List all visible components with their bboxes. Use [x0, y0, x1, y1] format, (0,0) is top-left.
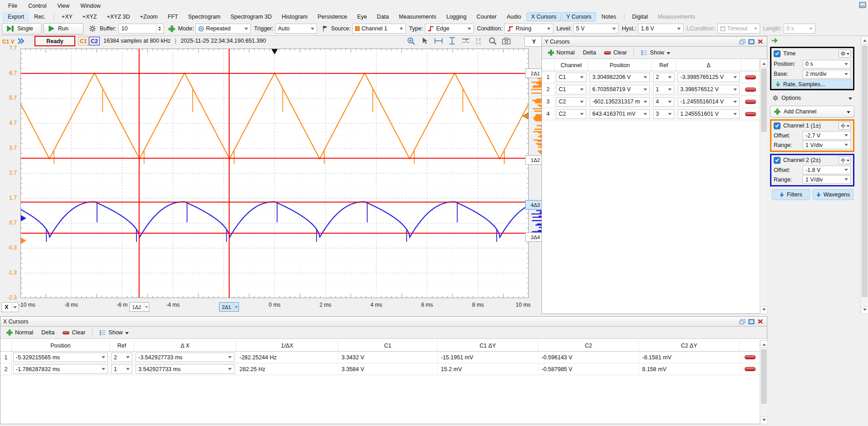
scope-plot[interactable]: [20, 49, 529, 298]
options-header[interactable]: Options: [770, 93, 854, 103]
menu-view[interactable]: View: [52, 1, 75, 11]
buffer-gear-icon[interactable]: [89, 25, 97, 32]
buffer-spinner[interactable]: 10: [118, 24, 164, 34]
tab-fft[interactable]: FFT: [163, 12, 183, 21]
tab--zoom[interactable]: +Zoom: [136, 12, 162, 21]
trigger-level-select[interactable]: 5 V: [573, 24, 619, 34]
tab-counter[interactable]: Counter: [472, 12, 501, 21]
time-position-select[interactable]: 0 s: [803, 60, 851, 69]
single-button[interactable]: Single: [2, 23, 42, 34]
app-window-icon[interactable]: [859, 2, 866, 8]
scrollbar-thumb[interactable]: [862, 45, 868, 297]
tab-data[interactable]: Data: [372, 12, 393, 21]
tab--xyz-3d[interactable]: +XYZ 3D: [102, 12, 134, 21]
tab-y-cursors[interactable]: Y Cursors: [562, 12, 596, 21]
x-cursors-title-bar[interactable]: X Cursors: [0, 317, 767, 327]
filters-button[interactable]: Filters: [772, 189, 810, 200]
channel1-gear-button[interactable]: [839, 122, 851, 130]
scroll-down-button[interactable]: [760, 416, 768, 424]
tab-logging[interactable]: Logging: [442, 12, 471, 21]
tab--xyz[interactable]: +XYZ: [78, 12, 102, 21]
ref-select[interactable]: 1: [653, 85, 674, 94]
channel-select[interactable]: C2: [556, 97, 586, 107]
time-checkbox[interactable]: [774, 50, 780, 57]
tab-export[interactable]: Export: [3, 12, 29, 21]
channel1-offset-select[interactable]: -2.7 V: [803, 131, 851, 140]
close-icon[interactable]: [756, 38, 764, 45]
time-gear-button[interactable]: [839, 49, 851, 58]
channel-select[interactable]: C2: [556, 109, 586, 119]
close-icon[interactable]: [756, 318, 764, 325]
tab-eye[interactable]: Eye: [353, 12, 372, 21]
mode-select[interactable]: Repeated: [195, 24, 251, 34]
vertical-fit-icon[interactable]: [447, 36, 457, 45]
remove-cursor-button[interactable]: [745, 100, 756, 104]
position-select[interactable]: -1.786287832 ms: [13, 364, 108, 374]
ref-select[interactable]: 1: [111, 364, 132, 374]
channel-select[interactable]: C1: [556, 73, 586, 82]
menu-file[interactable]: File: [3, 1, 23, 11]
tab-audio[interactable]: Audio: [502, 12, 526, 21]
delta-select[interactable]: 3.398576512 V: [678, 85, 740, 94]
channel2-checkbox[interactable]: [774, 157, 780, 164]
remove-cursor-button[interactable]: [745, 112, 756, 116]
delta-select[interactable]: -3.3985765125 V: [678, 73, 740, 82]
position-select[interactable]: 6.703558719 V: [590, 85, 650, 94]
tab-histogram[interactable]: Histogram: [277, 12, 312, 21]
position-select[interactable]: 643.4163701 mV: [590, 109, 650, 119]
quad-view-icon[interactable]: 1 23 4: [474, 36, 484, 45]
horizontal-fit-icon[interactable]: [434, 36, 444, 45]
x-cursor-marker-1d2[interactable]: 1Δ2: [129, 302, 149, 312]
position-select[interactable]: 3.304982206 V: [590, 73, 650, 82]
ref-select[interactable]: 3: [653, 109, 674, 119]
float-icon[interactable]: [738, 318, 746, 325]
add-normal-cursor-button[interactable]: Normal: [3, 328, 36, 337]
trigger-condition-select[interactable]: Rising: [504, 24, 553, 34]
tab--xy[interactable]: +XY: [57, 12, 77, 21]
add-normal-cursor-button[interactable]: Normal: [545, 49, 578, 57]
time-base-select[interactable]: 2 ms/div: [803, 70, 851, 78]
rate-samples-button[interactable]: Rate, Samples...: [773, 79, 852, 89]
dx-select[interactable]: 3.542927733 ms: [136, 364, 234, 374]
pointer-icon[interactable]: [420, 36, 430, 45]
maximize-icon[interactable]: [747, 38, 755, 45]
tab-measurements[interactable]: Measurements: [395, 12, 441, 21]
show-menu-button[interactable]: Show: [96, 328, 132, 337]
tab-spectrogram[interactable]: Spectrogram: [184, 12, 225, 21]
scrollbar-thumb[interactable]: [761, 69, 767, 132]
remove-cursor-button[interactable]: [745, 355, 756, 359]
snapshot-icon[interactable]: [502, 36, 512, 45]
channel1-range-select[interactable]: 1 V/div: [803, 141, 851, 149]
hysteresis-select[interactable]: 1.6 V: [638, 24, 683, 34]
position-select[interactable]: -602.135231317 m: [590, 97, 650, 107]
tab-persistence[interactable]: Persistence: [313, 12, 351, 21]
mode-plus-icon[interactable]: [168, 25, 175, 32]
menu-window[interactable]: Window: [75, 1, 106, 11]
scroll-up-button[interactable]: [760, 59, 768, 67]
float-icon[interactable]: [738, 38, 746, 45]
add-delta-cursor-button[interactable]: Delta: [580, 49, 599, 57]
scroll-down-button[interactable]: [760, 306, 768, 314]
trigger-mode-select[interactable]: Auto: [275, 24, 317, 34]
tab-rec-[interactable]: Rec.: [29, 12, 50, 21]
scroll-up-button[interactable]: [760, 340, 768, 348]
ref-select[interactable]: 2: [653, 73, 674, 82]
tab-spectrogram-3d[interactable]: Spectrogram 3D: [226, 12, 276, 21]
trigger-flag-icon[interactable]: [322, 25, 328, 32]
channel2-range-select[interactable]: 1 V/div: [803, 175, 851, 184]
show-menu-button[interactable]: Show: [638, 49, 673, 57]
magnifier-icon[interactable]: [488, 36, 498, 45]
delta-select[interactable]: -1.2455516014 V: [678, 97, 740, 107]
remove-cursor-button[interactable]: [745, 367, 756, 371]
wavegens-button[interactable]: Wavegens: [813, 189, 853, 200]
add-delta-cursor-button[interactable]: Delta: [38, 328, 58, 337]
trigger-type-select[interactable]: Edge: [425, 24, 474, 34]
clear-cursors-button[interactable]: Clear: [59, 328, 88, 337]
scrollbar-thumb[interactable]: [761, 349, 767, 404]
y-cursors-scrollbar[interactable]: [760, 59, 767, 314]
scroll-down-button[interactable]: [861, 306, 868, 314]
trigger-source-select[interactable]: Channel 1: [352, 24, 406, 34]
spin-down-icon[interactable]: [158, 29, 161, 32]
channel1-badge[interactable]: C1: [78, 37, 89, 45]
ref-select[interactable]: 2: [111, 353, 132, 362]
